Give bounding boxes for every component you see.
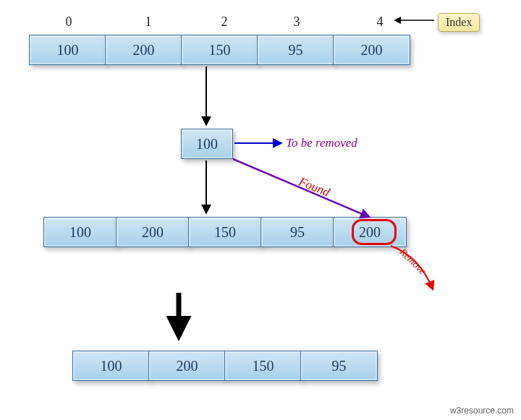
index-legend: Index — [438, 13, 480, 32]
array3-cell-1: 200 — [148, 351, 226, 381]
array2-cell-0: 100 — [43, 217, 117, 247]
array2-cell-1: 200 — [116, 217, 190, 247]
array1-cell-3: 95 — [257, 35, 334, 65]
annotation-remove: Remove — [397, 247, 428, 277]
array3-cell-3: 95 — [300, 351, 378, 381]
index-4: 4 — [373, 14, 387, 30]
array3-cell-2: 150 — [224, 351, 302, 381]
array2-cell-2: 150 — [188, 217, 262, 247]
attribution: w3resource.com — [450, 406, 514, 416]
annotation-found: Found — [297, 174, 332, 200]
array1-cell-2: 150 — [181, 35, 258, 65]
array3-cell-0: 100 — [72, 351, 150, 381]
index-0: 0 — [62, 14, 76, 30]
array1-cell-1: 200 — [105, 35, 182, 65]
annotation-to-be-removed: To be removed — [286, 136, 357, 150]
diagram-canvas: 0 1 2 3 4 Index 100 200 150 95 200 100 T… — [0, 0, 521, 420]
array1-cell-0: 100 — [29, 35, 106, 65]
index-1: 1 — [141, 14, 156, 30]
index-3: 3 — [289, 14, 304, 30]
removal-value-box: 100 — [181, 129, 233, 159]
index-2: 2 — [217, 14, 232, 30]
array1-cell-4: 200 — [333, 35, 410, 65]
found-highlight — [352, 219, 397, 245]
array2-cell-3: 95 — [260, 217, 334, 247]
